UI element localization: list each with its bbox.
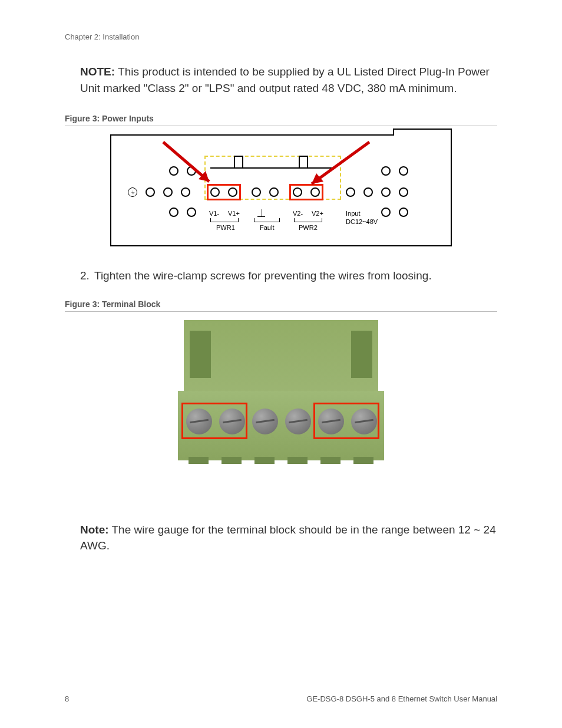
power-inputs-diagram: ⏚ <box>110 134 452 246</box>
step-2: 2.Tighten the wire-clamp screws for prev… <box>80 268 497 284</box>
step2-num: 2. <box>80 268 94 284</box>
note-block-1: NOTE: This product is intended to be sup… <box>80 64 497 96</box>
note1-text: This product is intended to be supplied … <box>80 65 490 94</box>
step2-text: Tighten the wire-clamp screws for preven… <box>94 269 432 282</box>
label-v2-minus: V2- <box>293 210 303 217</box>
chapter-header: Chapter 2: Installation <box>65 32 497 41</box>
label-v2-plus: V2+ <box>312 210 323 217</box>
svg-line-2 <box>312 142 369 184</box>
note1-label: NOTE: <box>80 65 115 78</box>
footer-manual-title: GE-DSG-8 DSGH-5 and 8 Ethernet Switch Us… <box>306 694 497 703</box>
figure3a-caption: Figure 3: Power Inputs <box>65 114 497 126</box>
label-v1-minus: V1- <box>209 210 219 217</box>
label-input: Input <box>346 210 360 217</box>
figure3a-area: ⏚ <box>65 134 497 246</box>
footer-page-number: 8 <box>65 694 69 703</box>
page-footer: 8 GE-DSG-8 DSGH-5 and 8 Ethernet Switch … <box>65 694 497 703</box>
note2-text: The wire gauge for the terminal block sh… <box>80 523 496 552</box>
label-pwr1: PWR1 <box>216 224 235 231</box>
label-dc-range: DC12~48V <box>346 218 378 225</box>
label-v1-plus: V1+ <box>228 210 240 217</box>
figure3b-caption: Figure 3: Terminal Block <box>65 299 497 312</box>
note2-label: Note: <box>80 523 109 536</box>
terminal-block-diagram <box>178 320 384 467</box>
note-block-2: Note: The wire gauge for the terminal bl… <box>80 522 497 554</box>
label-fault: Fault <box>260 224 274 231</box>
ground-symbol: ⏚ <box>131 189 134 195</box>
figure3b-area <box>65 320 497 467</box>
label-pwr2: PWR2 <box>299 224 318 231</box>
